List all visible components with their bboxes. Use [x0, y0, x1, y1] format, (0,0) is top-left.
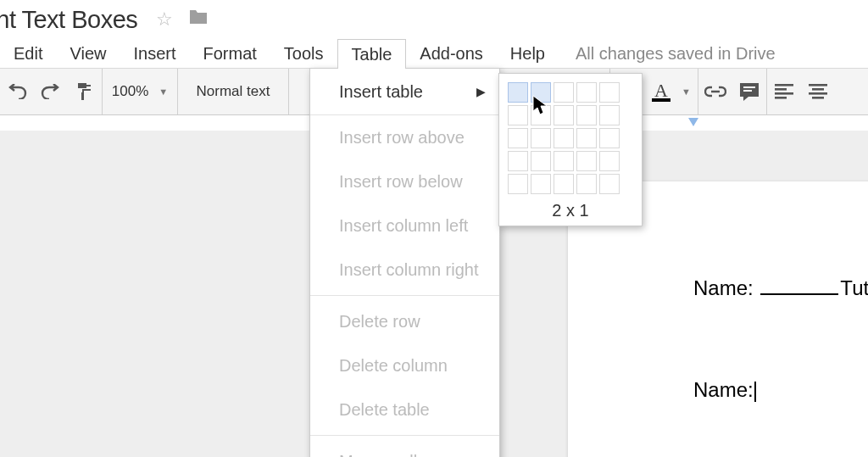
- menu-insert[interactable]: Insert: [120, 39, 189, 68]
- star-icon[interactable]: ☆: [156, 8, 173, 31]
- grid-cell[interactable]: [599, 105, 620, 125]
- align-left-button[interactable]: [767, 75, 801, 109]
- menu-table[interactable]: Table: [337, 39, 407, 69]
- redo-button[interactable]: [34, 75, 68, 109]
- table-size-picker[interactable]: 2 x 1: [498, 73, 643, 226]
- svg-rect-3: [743, 90, 752, 92]
- grid-cell[interactable]: [576, 128, 597, 148]
- svg-rect-6: [775, 92, 793, 95]
- menu-delete-row: Delete row: [310, 299, 499, 343]
- insert-link-button[interactable]: [698, 75, 732, 109]
- grid-cell[interactable]: [554, 151, 574, 171]
- menu-insert-row-above: Insert row above: [310, 115, 499, 159]
- menu-tools[interactable]: Tools: [270, 39, 337, 68]
- title-bar: dent Text Boxes ☆: [0, 0, 868, 39]
- zoom-select[interactable]: 100%▼: [103, 83, 177, 100]
- menu-insert-col-left: Insert column left: [310, 203, 499, 248]
- grid-cell[interactable]: [531, 105, 551, 125]
- grid-cell[interactable]: [554, 82, 574, 103]
- page-line-1: Name: Tutor: [693, 276, 868, 300]
- text-caret-icon: [754, 382, 756, 402]
- paragraph-style-select[interactable]: Normal text: [178, 83, 288, 100]
- table-size-label: 2 x 1: [508, 201, 633, 220]
- document-title[interactable]: dent Text Boxes: [0, 6, 137, 34]
- menu-insert-row-below: Insert row below: [310, 159, 499, 203]
- text-color-bar-icon: [652, 98, 670, 102]
- menu-edit[interactable]: Edit: [0, 39, 56, 68]
- svg-rect-2: [743, 86, 755, 88]
- menu-separator: [310, 435, 499, 436]
- grid-cell[interactable]: [508, 105, 528, 125]
- grid-cell[interactable]: [554, 105, 574, 125]
- grid-cell[interactable]: [508, 128, 528, 148]
- name-label-2: Name:: [693, 378, 754, 401]
- grid-cell[interactable]: [599, 128, 620, 148]
- grid-cell[interactable]: [599, 174, 620, 194]
- grid-cell[interactable]: [531, 174, 551, 194]
- grid-cell[interactable]: [531, 151, 551, 171]
- chevron-down-icon[interactable]: ▼: [682, 86, 691, 97]
- save-status: All changes saved in Drive: [576, 44, 776, 64]
- name-label: Name:: [693, 276, 754, 299]
- submenu-arrow-icon: ▶: [476, 85, 486, 98]
- svg-rect-5: [775, 88, 787, 91]
- folder-icon[interactable]: [188, 8, 209, 31]
- menu-addons[interactable]: Add-ons: [406, 39, 497, 68]
- blank-line: [760, 293, 838, 295]
- text-color-button[interactable]: A: [644, 75, 678, 109]
- grid-cell[interactable]: [576, 105, 597, 125]
- menu-delete-table: Delete table: [310, 387, 499, 432]
- grid-cell[interactable]: [508, 174, 528, 194]
- menu-view[interactable]: View: [56, 39, 120, 68]
- svg-rect-4: [775, 84, 793, 86]
- text-color-glyph: A: [654, 81, 668, 100]
- chevron-down-icon: ▼: [159, 86, 168, 97]
- svg-rect-11: [812, 97, 824, 99]
- svg-rect-0: [81, 92, 84, 100]
- undo-button[interactable]: [0, 75, 34, 109]
- paragraph-style-value: Normal text: [197, 83, 270, 100]
- svg-rect-7: [775, 97, 787, 99]
- align-center-button[interactable]: [801, 75, 835, 109]
- menu-insert-col-right: Insert column right: [310, 248, 499, 292]
- menu-separator: [310, 295, 499, 296]
- table-dropdown: Insert table ▶ Insert row above Insert r…: [309, 68, 500, 457]
- menu-insert-table-label: Insert table: [339, 82, 423, 102]
- menu-insert-table[interactable]: Insert table ▶: [310, 69, 499, 115]
- svg-rect-9: [812, 88, 824, 91]
- grid-cell[interactable]: [599, 151, 620, 171]
- grid-cell[interactable]: [531, 82, 551, 103]
- table-size-grid[interactable]: [508, 82, 633, 194]
- menu-help[interactable]: Help: [497, 39, 559, 68]
- menu-format[interactable]: Format: [190, 39, 270, 68]
- grid-cell[interactable]: [576, 82, 597, 103]
- menu-merge-cells: Merge cells: [310, 439, 499, 457]
- undo-redo-group: [0, 69, 102, 114]
- toolbar-separator: [288, 69, 289, 114]
- indent-marker-icon[interactable]: [688, 118, 698, 126]
- grid-cell[interactable]: [599, 82, 620, 103]
- paint-format-button[interactable]: [68, 75, 102, 109]
- tutor-label: Tutor: [840, 276, 868, 299]
- svg-rect-8: [809, 84, 827, 86]
- grid-cell[interactable]: [508, 82, 528, 103]
- grid-cell[interactable]: [531, 128, 551, 148]
- grid-cell[interactable]: [576, 151, 597, 171]
- menu-delete-column: Delete column: [310, 343, 499, 387]
- grid-cell[interactable]: [508, 151, 528, 171]
- grid-cell[interactable]: [576, 174, 597, 194]
- insert-comment-button[interactable]: [732, 75, 766, 109]
- svg-rect-10: [809, 92, 827, 95]
- menu-bar: Edit View Insert Format Tools Table Add-…: [0, 39, 868, 69]
- grid-cell[interactable]: [554, 174, 574, 194]
- zoom-value: 100%: [112, 83, 148, 100]
- page-line-2: Name:: [693, 378, 756, 402]
- grid-cell[interactable]: [554, 128, 574, 148]
